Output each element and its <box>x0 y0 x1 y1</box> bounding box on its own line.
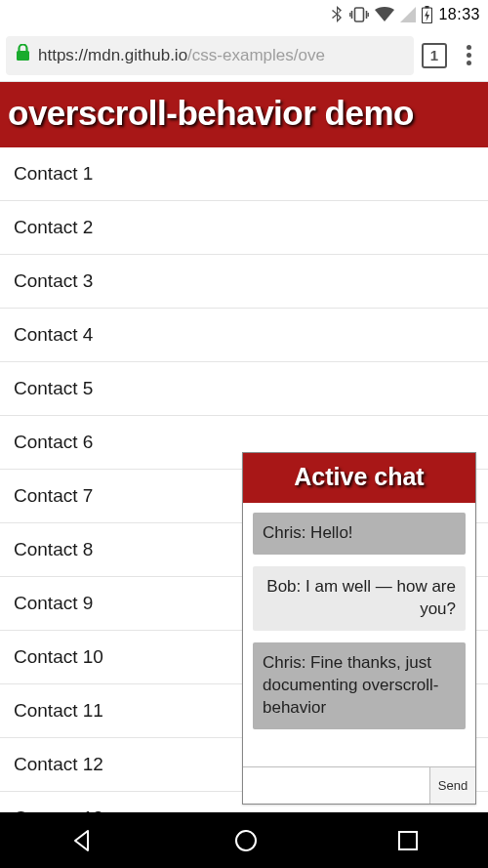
home-button[interactable] <box>232 827 260 854</box>
chat-input-row: Send <box>243 766 475 804</box>
chat-message: Bob: I am well — how are you? <box>253 566 466 631</box>
battery-charging-icon <box>422 6 432 23</box>
chat-message: Chris: Hello! <box>253 513 466 555</box>
lock-icon <box>16 44 30 66</box>
list-item[interactable]: Contact 5 <box>0 362 488 416</box>
svg-point-8 <box>236 831 256 850</box>
svg-rect-7 <box>17 51 29 61</box>
android-status-bar: 18:33 <box>0 0 488 29</box>
wifi-icon <box>375 7 394 22</box>
chat-text-input[interactable] <box>243 767 429 804</box>
svg-rect-9 <box>399 832 417 849</box>
url-path: /css-examples/ove <box>187 46 325 65</box>
chat-widget: Active chat Chris: Hello!Bob: I am well … <box>242 452 476 805</box>
svg-rect-6 <box>426 6 429 8</box>
send-button[interactable]: Send <box>429 767 475 804</box>
bluetooth-icon <box>331 6 344 23</box>
list-item[interactable]: Contact 1 <box>0 147 488 201</box>
chat-messages[interactable]: Chris: Hello!Bob: I am well — how are yo… <box>243 503 475 766</box>
list-item[interactable]: Contact 2 <box>0 201 488 255</box>
browser-toolbar: https://mdn.github.io/css-examples/ove 1 <box>0 29 488 82</box>
tab-switcher[interactable]: 1 <box>422 43 447 68</box>
list-item[interactable]: Contact 3 <box>0 255 488 309</box>
url-host: https://mdn.github.io <box>38 46 187 65</box>
url-bar[interactable]: https://mdn.github.io/css-examples/ove <box>6 36 414 75</box>
android-nav-bar <box>0 812 488 868</box>
signal-icon <box>400 7 416 22</box>
status-time: 18:33 <box>438 6 480 23</box>
chat-message: Chris: Fine thanks, just documenting ove… <box>253 642 466 729</box>
vibrate-icon <box>349 7 369 22</box>
browser-menu-icon[interactable] <box>455 45 482 65</box>
back-button[interactable] <box>69 828 95 853</box>
list-item[interactable]: Contact 4 <box>0 309 488 362</box>
recents-button[interactable] <box>397 830 419 851</box>
page-title: overscroll-behavior demo <box>0 82 488 147</box>
svg-rect-0 <box>355 8 364 21</box>
chat-title: Active chat <box>243 453 475 503</box>
